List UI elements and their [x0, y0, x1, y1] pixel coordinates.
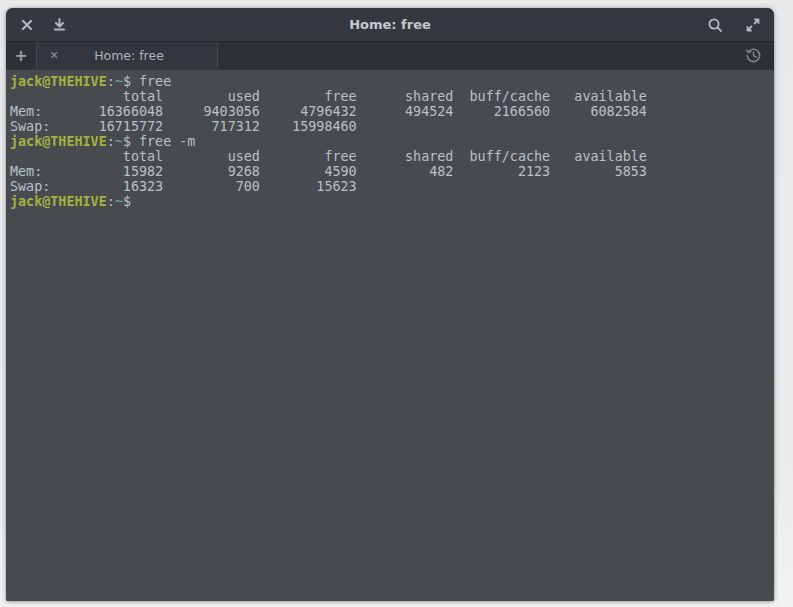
tabbar-spacer: [218, 42, 738, 69]
titlebar: Home: free: [6, 8, 774, 42]
titlebar-left-buttons: [6, 12, 72, 38]
titlebar-right-buttons: [702, 12, 774, 38]
new-tab-button[interactable]: +: [6, 42, 36, 69]
prompt-line: jack@THEHIVE:~$ free -m: [10, 134, 770, 149]
close-icon[interactable]: [14, 12, 40, 38]
output-line: Mem: 16366048 9403056 4796432 494524 216…: [10, 104, 770, 119]
tabbar: + ✕ Home: free: [6, 42, 774, 70]
terminal-screen[interactable]: jack@THEHIVE:~$ free total used free sha…: [6, 70, 774, 601]
prompt-path: ~: [115, 194, 123, 209]
prompt-user-host: jack@THEHIVE: [10, 134, 107, 149]
prompt-symbol: $: [123, 74, 131, 89]
prompt-separator: :: [107, 134, 115, 149]
tab-home-free[interactable]: ✕ Home: free: [36, 42, 218, 69]
download-icon[interactable]: [46, 12, 72, 38]
search-icon[interactable]: [702, 12, 728, 38]
window-title: Home: free: [6, 8, 774, 41]
prompt-symbol: $: [123, 134, 131, 149]
output-line: total used free shared buff/cache availa…: [10, 149, 770, 164]
command-text: free: [131, 74, 171, 89]
prompt-user-host: jack@THEHIVE: [10, 74, 107, 89]
prompt-line: jack@THEHIVE:~$: [10, 194, 770, 209]
history-icon[interactable]: [738, 42, 768, 69]
prompt-path: ~: [115, 134, 123, 149]
expand-icon[interactable]: [740, 12, 766, 38]
output-line: Swap: 16715772 717312 15998460: [10, 119, 770, 134]
terminal-output: jack@THEHIVE:~$ free total used free sha…: [10, 74, 770, 209]
tab-title: Home: free: [63, 48, 209, 63]
terminal-window: Home: free: [6, 8, 774, 601]
prompt-separator: :: [107, 194, 115, 209]
command-text: free -m: [131, 134, 196, 149]
prompt-path: ~: [115, 74, 123, 89]
prompt-user-host: jack@THEHIVE: [10, 194, 107, 209]
prompt-line: jack@THEHIVE:~$ free: [10, 74, 770, 89]
output-line: Swap: 16323 700 15623: [10, 179, 770, 194]
output-line: Mem: 15982 9268 4590 482 2123 5853: [10, 164, 770, 179]
tab-close-icon[interactable]: ✕: [45, 47, 63, 65]
prompt-separator: :: [107, 74, 115, 89]
output-line: total used free shared buff/cache availa…: [10, 89, 770, 104]
prompt-symbol: $: [123, 194, 131, 209]
